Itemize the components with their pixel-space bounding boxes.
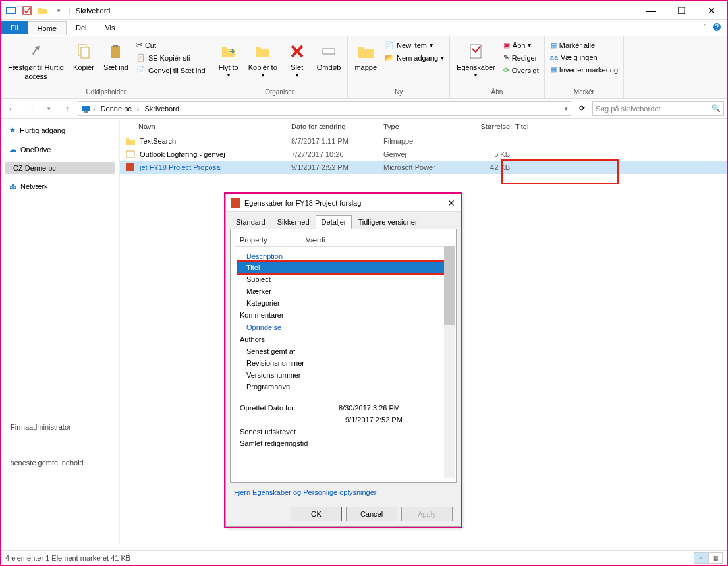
apply-button[interactable]: Apply [401, 507, 453, 521]
invert-button[interactable]: ▤Inverter markering [549, 64, 619, 75]
edit-button[interactable]: ✎Rediger [502, 52, 540, 63]
close-button[interactable]: ✕ [696, 1, 727, 20]
copy-path-button[interactable]: 📋SE Kopiér sti [135, 52, 207, 63]
ribbon-tabs: Fil Home Del Vis ^ ? [1, 20, 727, 36]
file-row[interactable]: TextSearch 8/7/2017 1:11 PM Filmappe [120, 134, 727, 148]
svg-rect-14 [126, 163, 134, 171]
remove-properties-link[interactable]: Fjern Egenskaber og Personlige oplysning… [226, 483, 461, 501]
easy-access-button[interactable]: 📂Nem adgang ▾ [383, 52, 445, 63]
col-size[interactable]: Størrelse [462, 123, 515, 130]
pin-button[interactable]: Fæstgør til Hurtig access [5, 40, 67, 82]
new-folder-icon [355, 41, 376, 62]
prop-categories[interactable]: Kategorier [240, 297, 447, 309]
copy-to-button[interactable]: Kopiér to▾ [246, 40, 280, 80]
status-text: 4 elementer 1 Element markeret 41 KB [5, 554, 130, 562]
copy-button[interactable]: Kopiér [70, 40, 97, 72]
maximize-button[interactable]: ☐ [666, 1, 696, 20]
tab-home[interactable]: Home [28, 21, 67, 35]
ok-button[interactable]: OK [291, 507, 342, 521]
history-button[interactable]: ⟳Oversigt [502, 65, 540, 76]
dialog-scrollbar[interactable] [444, 246, 455, 478]
new-item-button[interactable]: 📄New item ▾ [383, 40, 445, 51]
select-all-button[interactable]: ▦Markér alle [549, 40, 619, 51]
refresh-button[interactable]: ⟳ [574, 104, 590, 113]
property-list: Description Titel Subject Mærker Kategor… [235, 247, 452, 452]
properties-qat-icon[interactable] [20, 3, 34, 18]
prop-created[interactable]: Oprettet Dato for8/30/2017 3:26 PM [240, 402, 447, 414]
help-icon[interactable]: ? [712, 22, 721, 32]
paste-button[interactable]: Sæt ind [101, 40, 131, 72]
dialog-title: Egenskaber for FY18 Project forslag [244, 199, 361, 207]
dialog-tab-details[interactable]: Detaljer [316, 215, 352, 229]
new-folder-button[interactable]: mappe [352, 40, 379, 72]
col-name[interactable]: Navn [120, 123, 291, 130]
folder-qat-icon[interactable] [36, 3, 50, 18]
collapse-ribbon-icon[interactable]: ^ [704, 22, 707, 30]
dialog-close-button[interactable]: ✕ [447, 198, 455, 208]
col-date[interactable]: Dato for ændring [291, 123, 383, 130]
prop-version[interactable]: Versionsnummer [240, 369, 447, 381]
back-button[interactable]: ← [4, 101, 20, 117]
prop-comments[interactable]: Kommentarer [240, 309, 447, 321]
forward-button[interactable]: → [22, 101, 38, 117]
rename-button[interactable]: Omdøb [314, 40, 344, 72]
cancel-button[interactable]: Cancel [346, 507, 397, 521]
file-row-selected[interactable]: jet FY18 Project Proposal 9/1/2017 2:52 … [120, 161, 727, 174]
rename-icon [318, 41, 339, 62]
section-origin: Oprindelse [240, 321, 434, 333]
minimize-button[interactable]: — [636, 1, 666, 20]
delete-icon [287, 41, 308, 62]
prop-revision[interactable]: Revisionsnummer [240, 357, 447, 369]
prop-title[interactable]: Titel [238, 262, 447, 273]
sidebar-this-pc[interactable]: CZ Denne pc [5, 162, 115, 174]
properties-icon [465, 41, 486, 62]
open-button[interactable]: ▣Åbn ▾ [502, 40, 540, 51]
address-box[interactable]: › Denne pc › Skrivebord ▾ [78, 101, 571, 116]
scroll-thumb[interactable] [444, 246, 455, 325]
properties-button[interactable]: Egenskaber▾ [454, 40, 498, 80]
svg-rect-7 [111, 46, 120, 58]
quick-access-toolbar: ▾ [1, 3, 69, 18]
select-none-button[interactable]: aa Vælg ingen [549, 52, 619, 63]
recent-dropdown[interactable]: ▾ [41, 101, 57, 117]
view-icons-button[interactable]: ▦ [708, 552, 723, 564]
prop-printed[interactable]: Senest udskrevet [240, 426, 447, 438]
tab-view[interactable]: Vis [96, 21, 124, 34]
file-row[interactable]: Outlook Logføring - genvej 7/27/2017 10:… [120, 148, 727, 161]
sidebar-quick-access[interactable]: ★Hurtig adgang [5, 124, 115, 136]
group-new: mappe 📄New item ▾ 📂Nem adgang ▾ Ny [348, 36, 450, 98]
pc-icon [81, 104, 90, 113]
dialog-tab-general[interactable]: Standard [230, 215, 271, 229]
qat-dropdown-icon[interactable]: ▾ [51, 3, 66, 18]
cut-button[interactable]: ✂Cut [135, 40, 207, 51]
prop-tags[interactable]: Mærker [240, 285, 447, 297]
col-type[interactable]: Type [383, 123, 462, 130]
address-dropdown-icon[interactable]: ▾ [565, 105, 568, 112]
paste-shortcut-button[interactable]: 📄Genvej til Sæt ind [135, 65, 207, 76]
dialog-tab-security[interactable]: Sikkerhed [271, 215, 316, 229]
properties-dialog: Egenskaber for FY18 Project forslag ✕ St… [225, 194, 461, 527]
highlight-title-cell [501, 159, 619, 184]
edit-icon: ✎ [503, 53, 509, 62]
prop-edit-time[interactable]: Samlet redigeringstid [240, 438, 447, 449]
delete-button[interactable]: Slet▾ [284, 40, 310, 80]
tab-share[interactable]: Del [67, 21, 96, 34]
view-details-button[interactable]: ≡ [694, 552, 708, 564]
svg-text:?: ? [715, 23, 719, 31]
prop-program[interactable]: Programnavn [240, 381, 447, 393]
move-to-button[interactable]: Flyt to▾ [215, 40, 242, 80]
sidebar-network[interactable]: 🖧Netværk [5, 181, 115, 192]
search-box[interactable]: Søg på skrivebordet 🔍 [592, 101, 724, 116]
prop-subject[interactable]: Subject [240, 273, 447, 285]
col-title[interactable]: Titel [515, 123, 727, 130]
prop-authors[interactable]: Authors [240, 333, 447, 345]
prop-last-saved[interactable]: Senest gemt af [240, 345, 447, 357]
breadcrumb-this-pc[interactable]: Denne pc [98, 105, 134, 113]
breadcrumb-desktop[interactable]: Skrivebord [142, 105, 182, 113]
dialog-ppt-icon [231, 198, 240, 208]
dialog-tab-previous[interactable]: Tidligere versioner [352, 215, 423, 229]
up-button[interactable]: ↑ [59, 101, 75, 117]
sidebar-onedrive[interactable]: ☁OneDrive [5, 143, 115, 156]
tab-file[interactable]: Fil [1, 21, 28, 34]
explorer-icon[interactable] [4, 3, 18, 18]
